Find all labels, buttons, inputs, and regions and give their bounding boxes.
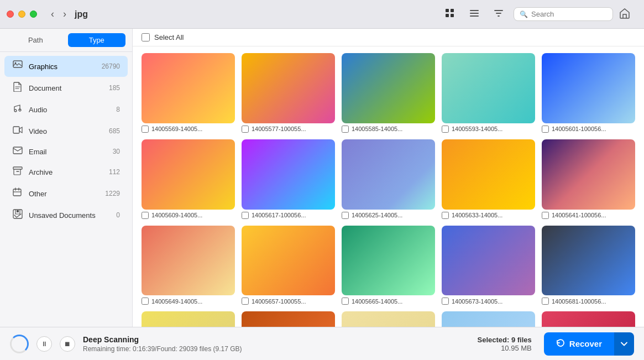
audio-icon xyxy=(12,103,23,116)
sidebar-item-graphics[interactable]: Graphics 26790 xyxy=(4,56,128,77)
selected-files-label: Selected: 9 files xyxy=(478,336,532,344)
svg-rect-11 xyxy=(13,127,19,133)
scan-spinner xyxy=(10,335,29,353)
sidebar-item-archive-count: 112 xyxy=(109,168,120,176)
item-checkbox[interactable] xyxy=(142,298,149,305)
grid-item[interactable]: 14005617-100056... xyxy=(242,139,335,219)
thumbnail xyxy=(342,53,435,123)
grid-item[interactable]: 14005681-100056... xyxy=(542,226,635,305)
thumbnail-image xyxy=(442,139,535,210)
maximize-button[interactable] xyxy=(30,11,37,18)
content-area: Select All 14005569-14005... 14005577-10… xyxy=(133,29,644,327)
select-all-checkbox[interactable] xyxy=(142,33,150,41)
item-checkbox[interactable] xyxy=(542,212,549,219)
email-icon xyxy=(12,147,23,156)
grid-item[interactable]: 14005585-14005... xyxy=(342,53,435,133)
search-input[interactable] xyxy=(531,10,607,18)
thumbnail-image xyxy=(542,311,635,327)
select-all-wrap: Select All xyxy=(142,33,184,41)
item-checkbox[interactable] xyxy=(342,212,349,219)
item-checkbox[interactable] xyxy=(242,298,249,305)
grid-item-footer: 14005633-14005... xyxy=(442,212,535,219)
grid-item-footer: 14005585-14005... xyxy=(342,126,435,133)
grid-item[interactable]: 14005609-14005... xyxy=(142,139,235,219)
traffic-lights xyxy=(7,11,37,18)
grid-item[interactable]: 14005705-14005... xyxy=(342,311,435,327)
thumbnail xyxy=(442,139,535,210)
pause-button[interactable]: ⏸ xyxy=(36,336,52,352)
grid-item[interactable]: 14005721-14005... xyxy=(542,311,635,327)
thumbnail-image xyxy=(542,139,635,210)
sidebar-item-audio-count: 8 xyxy=(116,106,120,113)
scan-title: Deep Scanning xyxy=(83,335,470,344)
grid-item-footer: 14005625-14005... xyxy=(342,212,435,219)
grid-item[interactable]: 14005577-100055... xyxy=(242,53,335,133)
thumbnail xyxy=(442,53,535,123)
sidebar-item-video[interactable]: Video 685 xyxy=(4,121,128,142)
item-checkbox[interactable] xyxy=(442,212,449,219)
svg-rect-2 xyxy=(446,14,449,17)
sidebar-item-graphics-label: Graphics xyxy=(29,62,96,71)
item-filename: 14005569-14005... xyxy=(151,126,235,132)
item-checkbox[interactable] xyxy=(342,298,349,305)
recover-dropdown-button[interactable] xyxy=(614,332,634,356)
sidebar-item-email[interactable]: Email 30 xyxy=(4,142,128,161)
grid-item[interactable]: 14005673-14005... xyxy=(442,226,535,305)
filter-button[interactable] xyxy=(489,6,508,23)
recover-button[interactable]: Recover xyxy=(544,332,614,356)
item-checkbox[interactable] xyxy=(342,126,349,133)
grid-item[interactable]: 14005633-14005... xyxy=(442,139,535,219)
grid-item[interactable]: 14005625-14005... xyxy=(342,139,435,219)
tab-type[interactable]: Type xyxy=(68,33,126,47)
item-checkbox[interactable] xyxy=(242,126,249,133)
thumbnail-image xyxy=(442,53,535,123)
scan-subtitle: Remaining time: 0:16:39/Found: 29039 fil… xyxy=(83,345,470,353)
stop-button[interactable]: ⏹ xyxy=(60,336,75,352)
grid-item[interactable]: 14005697-14005... xyxy=(242,311,335,327)
item-checkbox[interactable] xyxy=(542,126,549,133)
grid-item-footer: 14005601-100056... xyxy=(542,126,635,133)
grid-item[interactable]: 14005641-100056... xyxy=(542,139,635,219)
minimize-button[interactable] xyxy=(18,11,25,18)
item-checkbox[interactable] xyxy=(242,212,249,219)
tab-path[interactable]: Path xyxy=(7,33,65,47)
grid-item[interactable]: 14005713-14005... xyxy=(442,311,535,327)
svg-rect-12 xyxy=(13,147,22,154)
grid-item[interactable]: 14005665-14005... xyxy=(342,226,435,305)
toolbar: 🔍 xyxy=(441,6,637,23)
item-checkbox[interactable] xyxy=(142,126,149,133)
back-button[interactable]: ‹ xyxy=(48,7,57,21)
close-button[interactable] xyxy=(7,11,14,18)
sidebar-item-other[interactable]: Other 1229 xyxy=(4,183,128,204)
item-filename: 14005641-100056... xyxy=(552,212,635,218)
svg-point-9 xyxy=(14,109,17,112)
list-view-button[interactable] xyxy=(465,6,484,23)
grid-item-footer: 14005577-100055... xyxy=(242,126,335,133)
item-checkbox[interactable] xyxy=(442,298,449,305)
grid-item[interactable]: 14005657-100055... xyxy=(242,226,335,305)
svg-point-8 xyxy=(15,62,17,64)
item-filename: 14005593-14005... xyxy=(452,126,535,132)
sidebar-item-audio[interactable]: Audio 8 xyxy=(4,99,128,120)
thumbnail xyxy=(542,226,635,296)
forward-button[interactable]: › xyxy=(60,7,69,21)
scan-info: Deep Scanning Remaining time: 0:16:39/Fo… xyxy=(83,335,470,353)
home-icon[interactable] xyxy=(619,7,631,19)
selected-info: Selected: 9 files 10.95 MB xyxy=(478,336,532,352)
thumbnail-image xyxy=(142,226,235,296)
item-checkbox[interactable] xyxy=(442,126,449,133)
item-checkbox[interactable] xyxy=(542,298,549,305)
grid-view-button[interactable] xyxy=(441,6,459,23)
sidebar-item-document[interactable]: Document 185 xyxy=(4,77,128,98)
thumbnail xyxy=(342,226,435,296)
grid-item[interactable]: 14005569-14005... xyxy=(142,53,235,133)
sidebar-item-unsaved[interactable]: Unsaved Documents 0 xyxy=(4,205,128,226)
grid-item[interactable]: 14005601-100056... xyxy=(542,53,635,133)
sidebar-item-archive[interactable]: Archive 112 xyxy=(4,161,128,182)
item-filename: 14005649-14005... xyxy=(151,298,235,305)
svg-rect-5 xyxy=(470,13,479,14)
grid-item[interactable]: 14005593-14005... xyxy=(442,53,535,133)
grid-item[interactable]: 14005689-14005... xyxy=(142,311,235,327)
item-checkbox[interactable] xyxy=(142,212,149,219)
grid-item[interactable]: 14005649-14005... xyxy=(142,226,235,305)
